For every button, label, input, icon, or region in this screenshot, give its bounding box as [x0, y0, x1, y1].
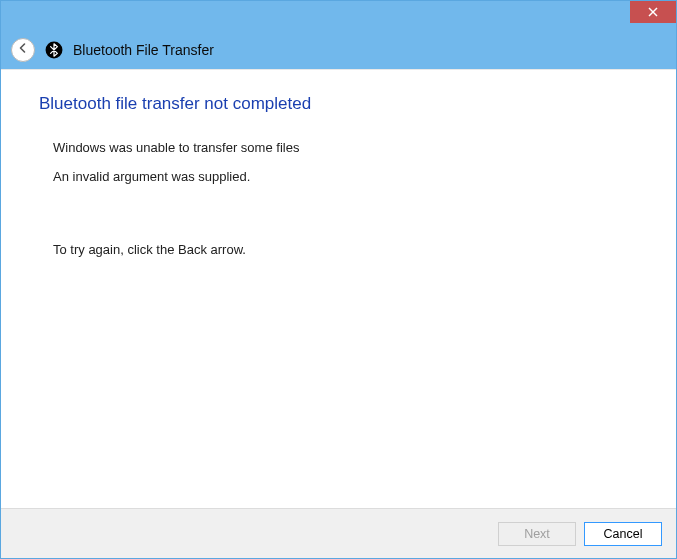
- back-button[interactable]: [11, 38, 35, 62]
- button-bar: Next Cancel: [1, 508, 676, 558]
- error-message-detail: An invalid argument was supplied.: [53, 169, 638, 184]
- window-title: Bluetooth File Transfer: [73, 42, 214, 58]
- close-icon: [648, 3, 658, 21]
- instruction-text: To try again, click the Back arrow.: [53, 242, 638, 257]
- wizard-window: Bluetooth File Transfer Bluetooth file t…: [0, 0, 677, 559]
- titlebar: [1, 1, 676, 31]
- content-area: Bluetooth file transfer not completed Wi…: [1, 69, 676, 508]
- next-button: Next: [498, 522, 576, 546]
- close-button[interactable]: [630, 1, 676, 23]
- arrow-left-icon: [16, 41, 30, 59]
- page-heading: Bluetooth file transfer not completed: [39, 94, 638, 114]
- header-band: Bluetooth File Transfer: [1, 31, 676, 69]
- bluetooth-icon: [45, 41, 63, 59]
- error-message-primary: Windows was unable to transfer some file…: [53, 140, 638, 155]
- cancel-button[interactable]: Cancel: [584, 522, 662, 546]
